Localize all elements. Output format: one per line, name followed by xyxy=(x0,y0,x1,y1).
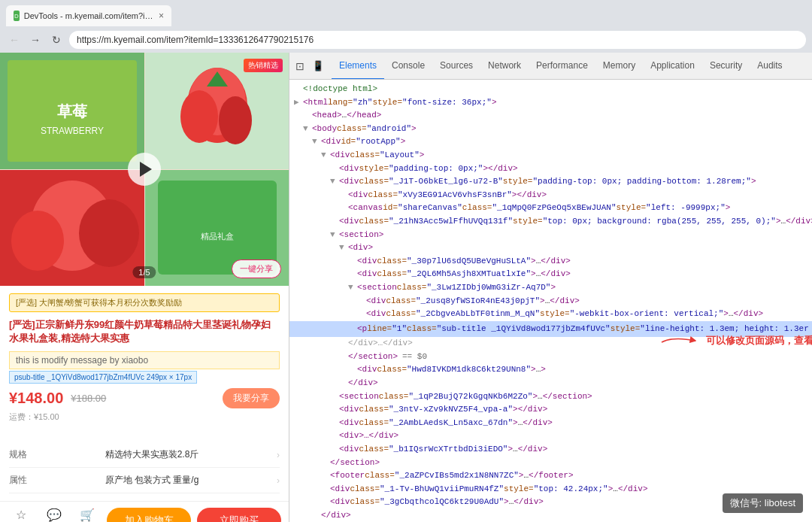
play-icon xyxy=(140,162,152,177)
spec-row-size[interactable]: 规格 精选特大果实惠装2.8斤 › xyxy=(9,442,280,468)
svg-point-9 xyxy=(180,90,218,143)
code-line-canvas[interactable]: <canvas id="shareCanvas" class="_1qMpQ0F… xyxy=(289,202,812,215)
service-icon-btn[interactable]: 💬 客服 xyxy=(41,508,68,522)
main-area: 草莓 STRAWBERRY xyxy=(0,53,812,522)
code-line-div-empty[interactable]: <div>…</div> xyxy=(289,429,812,443)
code-line-footer[interactable]: <footer class="_2aZPCvIBs5md2x1N8NN7ZC" … xyxy=(289,469,812,483)
image-counter: 1/5 xyxy=(132,266,156,278)
tab-memory[interactable]: Memory xyxy=(595,53,643,80)
code-line-3ntv[interactable]: <div class="_3ntV-xZv9kNVZ5F4_vpa-a" ></… xyxy=(289,403,812,417)
specs-section: 规格 精选特大果实惠装2.8斤 › 属性 原产地 包装方式 重量/g › xyxy=(0,435,289,501)
address-bar-row: ← → ↻ xyxy=(0,27,812,53)
code-line-1iqs[interactable]: <div class="_b1IQsrWcXTrtbdDi3iEDO" >…</… xyxy=(289,443,812,457)
devtools-tabs: ⊡ 📱 Elements Console Sources Network Per… xyxy=(289,53,812,80)
tab-console[interactable]: Console xyxy=(384,53,432,80)
tab-performance[interactable]: Performance xyxy=(529,53,595,80)
code-line-section2-close[interactable]: </section> xyxy=(289,457,812,470)
code-line-section-close[interactable]: </section> == $0 xyxy=(289,351,812,364)
video-play-button[interactable] xyxy=(128,153,161,186)
watermark: 微信号: libotest xyxy=(723,493,803,513)
code-line-2ql6[interactable]: <div class="_2QL6Mh5Asjh8XMTuatlxIe" >…<… xyxy=(289,268,812,281)
annotation-text: 可以修改页面源码，查看效果 xyxy=(706,334,812,350)
code-line-html[interactable]: ▶ <html lang="zh" style="font-size: 36px… xyxy=(289,96,812,110)
svg-point-14 xyxy=(79,199,139,267)
code-line-2usq[interactable]: <div class="_2usq8yfWSIoR4nE43j0pjT" >…<… xyxy=(289,295,812,308)
share-button[interactable]: 我要分享 xyxy=(223,388,280,408)
devtools-panel: ⊡ 📱 Elements Console Sources Network Per… xyxy=(289,53,812,522)
browser-chrome: D DevTools - m.kyemail.com/item?itemId=1… xyxy=(0,0,812,53)
buy-now-button[interactable]: 立即购买 xyxy=(197,508,281,522)
price-row: ¥148.00 ¥188.00 我要分享 xyxy=(9,388,280,408)
tab-favicon: D xyxy=(14,11,20,21)
spec-label-size: 规格 xyxy=(9,448,27,461)
code-line-padding[interactable]: <div style="padding-top: 0px;" ></div> xyxy=(289,162,812,176)
inspect-element-button[interactable]: ⊡ xyxy=(292,59,308,74)
code-line-divclose1[interactable]: </div> xyxy=(289,377,812,390)
shipping-fee: 运费：¥15.00 xyxy=(9,411,280,423)
browser-tab[interactable]: D DevTools - m.kyemail.com/item?itemId=1… xyxy=(6,5,171,26)
svg-point-13 xyxy=(11,211,64,271)
code-line-3lw[interactable]: ▼ <section class="_3Lw1ZIDbj0WmG3iZr-Aq7… xyxy=(289,281,812,295)
hot-badge: 热销精选 xyxy=(244,59,283,72)
tab-bar: D DevTools - m.kyemail.com/item?itemId=1… xyxy=(0,0,812,27)
code-line-1qp2[interactable]: <section class="_1qP2BujQ72kGgqNKb6M2Zo"… xyxy=(289,390,812,404)
code-line-30p7[interactable]: <div class="_30p7lU6sdQ5UBeVgHuSLtA" >…<… xyxy=(289,255,812,269)
tab-title: DevTools - m.kyemail.com/item?itemId=133… xyxy=(24,11,154,20)
favorite-icon-btn[interactable]: ☆ 收藏 xyxy=(8,508,35,522)
code-line-21hn[interactable]: <div class="_21hN3Acc5wlFfhUVQq131f" sty… xyxy=(289,215,812,229)
tab-audits[interactable]: Audits xyxy=(750,53,789,80)
add-to-cart-button[interactable]: 加入购物车 xyxy=(107,508,191,522)
tab-security[interactable]: Security xyxy=(702,53,750,80)
product-info: [严选] 大闸蟹/螃蟹可获得本月积分次数奖励励 [严选]正宗新鲜丹东99红颜牛奶… xyxy=(0,286,289,430)
tab-sources[interactable]: Sources xyxy=(432,53,480,80)
svg-text:STRAWBERRY: STRAWBERRY xyxy=(41,126,104,136)
code-line-layout[interactable]: ▼ <div class="Layout" > xyxy=(289,149,812,162)
cart-icon: 🛒 xyxy=(80,508,95,522)
share-overlay-button[interactable]: 一键分享 xyxy=(232,259,281,278)
tab-application[interactable]: Application xyxy=(643,53,702,80)
product-images: 草莓 STRAWBERRY xyxy=(0,53,289,286)
code-line-hwd8[interactable]: <div class="Hwd8IVKDM1dk8C6kt29UNn8" > …… xyxy=(289,363,812,377)
mobile-content: 草莓 STRAWBERRY xyxy=(0,53,289,522)
original-price: ¥188.00 xyxy=(71,393,106,404)
code-view[interactable]: <!doctype html> ▶ <html lang="zh" style=… xyxy=(289,80,812,522)
element-label-badge: psub-title _1QYiVd8wod177jbZm4fUVc 249px… xyxy=(9,371,197,384)
spec-arrow-icon2: › xyxy=(277,475,280,486)
back-button[interactable]: ← xyxy=(6,32,23,48)
bottom-bar: ☆ 收藏 💬 客服 🛒 购物车 加入购物车 立即购买 xyxy=(0,501,289,522)
spec-value-size: 精选特大果实惠装2.8斤 xyxy=(105,448,199,461)
svg-text:精品礼盒: 精品礼盒 xyxy=(201,232,234,241)
code-line-j1t[interactable]: ▼ <div class="_J1T-O6bkEt_lg6-u72-B" sty… xyxy=(289,175,812,189)
spec-label-attrs: 属性 xyxy=(9,474,27,487)
tab-close-button[interactable]: × xyxy=(159,11,164,21)
code-line-rootapp[interactable]: ▼ <div id="rootApp" > xyxy=(289,135,812,149)
code-line-div2[interactable]: ▼ <div> xyxy=(289,241,812,255)
code-line-head[interactable]: <head>…</head> xyxy=(289,109,812,123)
svg-point-10 xyxy=(219,96,252,144)
star-icon: ☆ xyxy=(16,508,26,522)
refresh-button[interactable]: ↻ xyxy=(48,32,65,48)
spec-arrow-icon: › xyxy=(277,450,280,460)
forward-button[interactable]: → xyxy=(27,32,44,48)
tab-elements[interactable]: Elements xyxy=(332,53,384,80)
code-line-2cbg[interactable]: <div class="_2CbgveAbLbTF0tinm_M_qN" sty… xyxy=(289,308,812,321)
address-input[interactable] xyxy=(69,31,806,49)
code-line-2amb[interactable]: <div class="_2AmbLAedsK_Ln5axc_67dn" >…<… xyxy=(289,417,812,430)
device-toolbar-button[interactable]: 📱 xyxy=(311,59,326,74)
code-line-section1[interactable]: ▼ <section> xyxy=(289,229,812,242)
tab-network[interactable]: Network xyxy=(480,53,529,80)
code-line-xvy[interactable]: <div class="xVy3EG91AcV6vhsF3snBr" ></di… xyxy=(289,189,812,202)
dollar-sign: $0 xyxy=(417,352,427,361)
annotation-arrow-svg xyxy=(658,335,703,350)
chat-icon: 💬 xyxy=(47,508,62,522)
code-line-body[interactable]: ▼ <body class="android" > xyxy=(289,123,812,136)
cart-icon-btn[interactable]: 🛒 购物车 xyxy=(74,508,101,522)
promo-notice: [严选] 大闸蟹/螃蟹可获得本月积分次数奖励励 xyxy=(9,293,280,312)
spec-row-attrs[interactable]: 属性 原产地 包装方式 重量/g › xyxy=(9,468,280,493)
svg-text:草莓: 草莓 xyxy=(57,103,88,120)
modify-message-box: this is modify message by xiaobo xyxy=(9,351,280,369)
code-line-doctype: <!doctype html> xyxy=(289,83,812,96)
product-title: [严选]正宗新鲜丹东99红颜牛奶草莓精品特大里茎诞礼物孕妇水果礼盒装,精选特大果… xyxy=(9,318,280,345)
mobile-preview: 草莓 STRAWBERRY xyxy=(0,53,289,522)
spec-value-attrs: 原产地 包装方式 重量/g xyxy=(105,474,199,487)
